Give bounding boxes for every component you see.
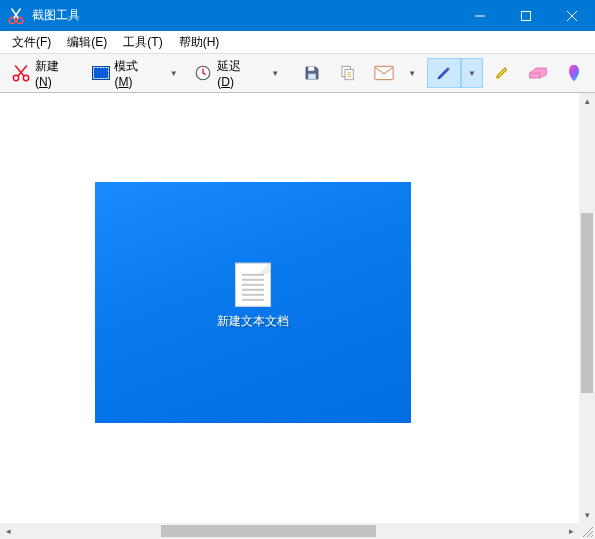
content-area: 新建文本文档 ▴ ▾	[0, 93, 595, 523]
pen-icon	[434, 63, 454, 83]
svg-rect-18	[375, 66, 393, 79]
scroll-left-icon[interactable]: ◂	[0, 523, 16, 539]
eraser-button[interactable]	[521, 58, 555, 88]
canvas-area[interactable]: 新建文本文档	[0, 93, 579, 523]
file-label: 新建文本文档	[217, 312, 289, 329]
menu-edit[interactable]: 编辑(E)	[59, 32, 115, 53]
save-icon	[302, 63, 322, 83]
close-button[interactable]	[549, 0, 595, 31]
maximize-button[interactable]	[503, 0, 549, 31]
save-button[interactable]	[295, 58, 329, 88]
menubar: 文件(F) 编辑(E) 工具(T) 帮助(H)	[0, 31, 595, 53]
highlighter-button[interactable]	[485, 58, 519, 88]
email-button[interactable]	[367, 58, 401, 88]
scroll-right-icon[interactable]: ▸	[563, 523, 579, 539]
chevron-down-icon: ▼	[406, 69, 418, 78]
delay-label: 延迟(D)	[217, 58, 257, 89]
screenshot-image: 新建文本文档	[95, 182, 411, 423]
delay-dropdown[interactable]: ▼	[264, 58, 286, 88]
chevron-down-icon: ▼	[168, 69, 180, 78]
resize-grip[interactable]	[579, 523, 595, 539]
copy-icon	[338, 63, 358, 83]
scroll-down-icon[interactable]: ▾	[579, 507, 595, 523]
menu-help[interactable]: 帮助(H)	[171, 32, 228, 53]
window-title: 截图工具	[32, 7, 457, 24]
minimize-button[interactable]	[457, 0, 503, 31]
paint3d-button[interactable]	[557, 58, 591, 88]
desktop-file: 新建文本文档	[217, 262, 289, 329]
app-icon	[6, 6, 26, 26]
toolbar: 新建(N) 模式(M) ▼ 延迟(D) ▼	[0, 53, 595, 93]
menu-tools[interactable]: 工具(T)	[115, 32, 170, 53]
svg-rect-11	[308, 67, 314, 71]
new-snip-button[interactable]: 新建(N)	[4, 58, 82, 88]
scroll-up-icon[interactable]: ▴	[579, 93, 595, 109]
mode-dropdown[interactable]: ▼	[163, 58, 185, 88]
svg-rect-12	[308, 74, 316, 79]
svg-rect-8	[92, 67, 109, 80]
delay-button[interactable]: 延迟(D)	[187, 58, 265, 88]
rectangle-mode-icon	[91, 63, 111, 83]
pen-button[interactable]	[427, 58, 461, 88]
copy-button[interactable]	[331, 58, 365, 88]
clock-icon	[194, 63, 214, 83]
paint3d-icon	[564, 63, 584, 83]
svg-rect-3	[522, 11, 531, 20]
pen-dropdown[interactable]: ▼	[461, 58, 483, 88]
scissors-icon	[11, 63, 31, 83]
menu-file[interactable]: 文件(F)	[4, 32, 59, 53]
vertical-scrollbar[interactable]: ▴ ▾	[579, 93, 595, 523]
envelope-icon	[374, 63, 394, 83]
eraser-icon	[528, 63, 548, 83]
mode-button[interactable]: 模式(M)	[84, 58, 163, 88]
chevron-down-icon: ▼	[466, 69, 478, 78]
email-dropdown[interactable]: ▼	[401, 58, 423, 88]
vscroll-thumb[interactable]	[581, 213, 593, 393]
window-controls	[457, 0, 595, 31]
highlighter-icon	[492, 63, 512, 83]
hscroll-thumb[interactable]	[161, 525, 376, 537]
svg-rect-19	[495, 78, 501, 80]
titlebar: 截图工具	[0, 0, 595, 31]
svg-point-6	[13, 75, 18, 80]
text-document-icon	[235, 262, 271, 306]
svg-point-7	[23, 75, 28, 80]
chevron-down-icon: ▼	[269, 69, 281, 78]
mode-label: 模式(M)	[114, 58, 155, 89]
new-label: 新建(N)	[35, 58, 75, 89]
horizontal-scrollbar[interactable]: ◂ ▸	[0, 523, 595, 539]
